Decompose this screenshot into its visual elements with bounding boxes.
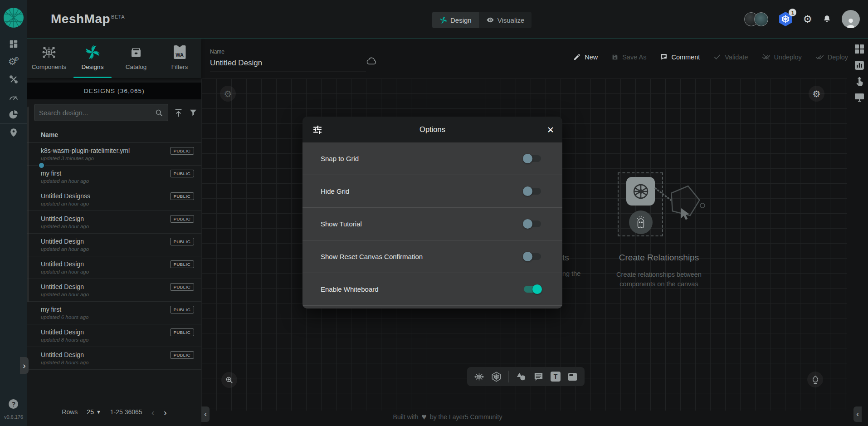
validate-button[interactable]: Validate — [713, 53, 748, 61]
option-toggle[interactable] — [524, 286, 541, 293]
prev-page-button[interactable]: ‹ — [151, 407, 155, 417]
notifications-bell-icon[interactable] — [822, 14, 832, 24]
design-list-item[interactable]: Untitled Design updated an hour ago PUBL… — [27, 211, 201, 234]
dashboard-icon[interactable] — [8, 38, 20, 50]
design-name-input[interactable] — [210, 57, 366, 72]
lifecycle-gears-icon[interactable]: ⚙⚙ — [8, 56, 20, 68]
design-name: Untitled Design — [41, 283, 159, 290]
design-name-field: Name — [210, 49, 366, 72]
comment-icon — [660, 53, 668, 61]
design-updated: updated an hour ago — [41, 201, 201, 206]
design-list-item[interactable]: k8s-wasm-plugin-ratelimiter.yml updated … — [27, 143, 201, 166]
text-tool-icon[interactable]: T — [551, 372, 561, 382]
design-list-item[interactable]: my first updated an hour ago PUBLIC — [27, 166, 201, 188]
version-label: v0.6.176 — [4, 414, 23, 420]
save-as-button[interactable]: Save As — [611, 53, 646, 61]
layer5-logo[interactable] — [3, 7, 24, 28]
comment-tool-icon[interactable] — [533, 372, 544, 382]
option-label: Snap to Grid — [321, 155, 359, 162]
visualize-mode-button[interactable]: Visualize — [479, 12, 532, 28]
design-list-item[interactable]: Untitled Design updated an hour ago PUBL… — [27, 279, 201, 302]
bottom-left-drawer-tab[interactable]: ‹ — [201, 406, 210, 422]
help-icon[interactable]: ? — [9, 399, 18, 409]
kubernetes-node[interactable] — [626, 177, 655, 206]
widgets-grid-icon[interactable] — [854, 44, 865, 54]
analytics-chart-icon[interactable] — [854, 60, 865, 71]
upload-design-icon[interactable] — [174, 108, 183, 118]
configuration-tools-icon[interactable] — [8, 73, 20, 85]
media-tool-icon[interactable] — [567, 372, 578, 382]
list-header-name: Name — [27, 126, 201, 143]
option-toggle[interactable] — [524, 220, 541, 227]
design-list-item[interactable]: Untitled Design updated an hour ago PUBL… — [27, 256, 201, 279]
search-icon[interactable] — [155, 108, 163, 117]
mascot-node[interactable] — [629, 211, 653, 234]
design-list-item[interactable]: my first updated 6 hours ago PUBLIC — [27, 302, 201, 324]
visibility-badge: PUBLIC — [170, 306, 194, 313]
canvas-bottom-toolbar: T — [467, 367, 585, 386]
performance-gauge-icon[interactable] — [8, 91, 20, 103]
kubernetes-wheel-icon[interactable] — [491, 372, 502, 382]
option-toggle[interactable] — [524, 253, 541, 260]
option-toggle[interactable] — [524, 155, 541, 162]
canvas-actions-toolbar: New Save As Comment Validate Undeploy — [573, 53, 848, 61]
meshmap-pin-icon[interactable] — [8, 127, 20, 138]
panel-tabs: Components Designs Catalog WA Filters — [27, 39, 201, 78]
option-row: Snap to Grid — [302, 142, 562, 175]
designs-spiral-icon — [85, 44, 100, 60]
close-icon[interactable]: ✕ — [547, 124, 554, 135]
user-avatar[interactable] — [842, 10, 860, 28]
gear-icon: ⚙ — [813, 88, 821, 99]
canvas-settings-right-button[interactable]: ⚙ — [809, 86, 824, 102]
search-input[interactable] — [39, 109, 152, 117]
shapes-icon[interactable] — [516, 372, 527, 382]
app-title: MeshMapBETA — [51, 12, 125, 26]
filter-funnel-icon[interactable] — [189, 108, 198, 117]
settings-gear-icon[interactable]: ⚙ — [803, 14, 812, 24]
collaborator-avatar-2[interactable] — [754, 12, 768, 26]
panel-expander-chevron[interactable]: › — [20, 357, 29, 374]
tab-designs[interactable]: Designs — [71, 39, 114, 78]
design-updated: updated an hour ago — [41, 269, 201, 274]
new-button[interactable]: New — [573, 53, 598, 61]
components-circuit-icon[interactable] — [474, 372, 484, 382]
tab-components[interactable]: Components — [27, 39, 71, 78]
tab-filters[interactable]: WA Filters — [158, 39, 201, 78]
kubernetes-context-button[interactable]: 1 — [778, 11, 793, 27]
design-updated: updated 8 hours ago — [41, 360, 201, 365]
canvas-settings-left-button[interactable]: ⚙ — [220, 86, 236, 102]
tab-catalog[interactable]: Catalog — [114, 39, 158, 78]
design-name: Untitled Designss — [41, 192, 159, 200]
design-list-item[interactable]: Untitled Design updated 8 hours ago PUBL… — [27, 347, 201, 370]
rows-per-page-select[interactable]: 25▼ — [87, 408, 101, 416]
collaborator-avatars[interactable] — [744, 12, 768, 26]
deploy-button[interactable]: Deploy — [815, 53, 848, 61]
panel-scrollbar[interactable] — [27, 107, 29, 302]
undeploy-button[interactable]: Undeploy — [762, 53, 802, 61]
cloud-save-icon — [366, 57, 377, 65]
design-list-item[interactable]: Untitled Designss updated an hour ago PU… — [27, 188, 201, 211]
deploy-pin-button[interactable] — [807, 372, 823, 387]
next-page-button[interactable]: › — [164, 407, 167, 417]
tutorial-heading: Create Relationships — [609, 253, 709, 263]
comment-button[interactable]: Comment — [660, 53, 700, 61]
touch-pointer-icon[interactable] — [854, 76, 864, 87]
extensions-pie-icon[interactable] — [8, 109, 20, 121]
zoom-button[interactable] — [221, 372, 237, 388]
option-toggle[interactable] — [524, 188, 541, 195]
design-list-item[interactable]: Untitled Design updated 8 hours ago PUBL… — [27, 324, 201, 347]
design-mode-button[interactable]: Design — [432, 12, 479, 28]
eye-icon — [486, 16, 494, 24]
floppy-icon — [611, 54, 619, 61]
toggle-knob — [532, 284, 542, 294]
design-name: my first — [41, 306, 159, 313]
option-label: Show Tutorial — [321, 220, 362, 228]
design-list-item[interactable]: Untitled Design updated an hour ago PUBL… — [27, 234, 201, 256]
visibility-badge: PUBLIC — [170, 147, 194, 155]
options-list: Snap to Grid Hide Grid Show Tutorial Sho… — [302, 142, 562, 308]
screen-share-icon[interactable] — [854, 93, 865, 103]
search-row — [27, 99, 201, 126]
bottom-right-drawer-tab[interactable]: ‹ — [853, 406, 862, 422]
visibility-badge: PUBLIC — [170, 238, 194, 245]
visibility-badge: PUBLIC — [170, 351, 194, 359]
